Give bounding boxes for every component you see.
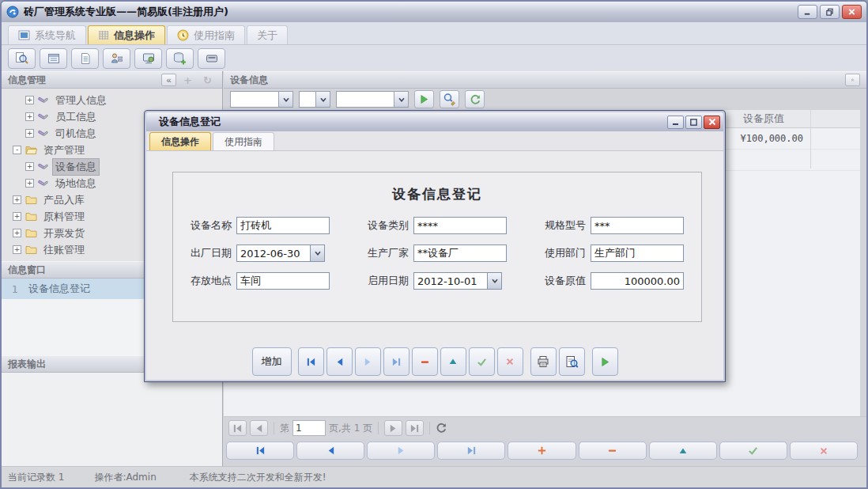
page-number-input[interactable]: [292, 420, 326, 436]
preview-dialog-button[interactable]: [559, 347, 585, 376]
prev-page-button[interactable]: [250, 420, 268, 436]
chevron-down-icon[interactable]: [394, 92, 408, 107]
filter-combo[interactable]: [299, 91, 330, 108]
filter-combo[interactable]: [336, 91, 409, 108]
search-button[interactable]: [8, 48, 36, 69]
tree-toggle-icon[interactable]: +: [25, 96, 34, 104]
last-icon: [466, 445, 477, 456]
tab-user-guide[interactable]: 使用指南: [167, 25, 245, 44]
tree-toggle-icon[interactable]: +: [13, 195, 21, 204]
search-edit-button[interactable]: [440, 90, 459, 108]
up-dialog-button[interactable]: [440, 347, 466, 376]
restore-button[interactable]: [820, 5, 840, 19]
field-input[interactable]: [591, 272, 684, 290]
cross-dialog-button[interactable]: [497, 347, 523, 376]
field-input[interactable]: [413, 244, 507, 262]
dialog-titlebar[interactable]: 设备信息登记: [146, 112, 723, 131]
field-input[interactable]: [413, 272, 488, 290]
data-table-button[interactable]: [166, 48, 194, 69]
check-record-button[interactable]: [719, 442, 787, 460]
dialog-tab-0[interactable]: 信息操作: [149, 132, 211, 150]
refresh-button[interactable]: [465, 90, 485, 108]
field-input[interactable]: [236, 244, 311, 262]
tree-toggle-icon[interactable]: +: [25, 162, 34, 171]
first-record-button[interactable]: [226, 442, 294, 460]
plus-record-button[interactable]: [508, 442, 576, 460]
check-dialog-button[interactable]: [469, 347, 495, 376]
dialog-window-controls: [667, 116, 720, 129]
dialog-maximize-button[interactable]: [685, 116, 702, 129]
field-input[interactable]: [413, 217, 507, 234]
next-dialog-button[interactable]: [355, 347, 381, 376]
last-record-button[interactable]: [437, 442, 505, 460]
tree-toggle-icon[interactable]: +: [25, 112, 34, 121]
dialog-tab-1[interactable]: 使用指南: [213, 132, 274, 150]
chevron-down-icon[interactable]: [315, 92, 330, 107]
monitor-button[interactable]: [134, 48, 162, 69]
print-dialog-button[interactable]: [530, 347, 557, 376]
document-button[interactable]: [71, 48, 99, 69]
combo-value: [337, 92, 394, 107]
cross-record-button[interactable]: [790, 442, 858, 460]
dialog-minimize-button[interactable]: [667, 116, 684, 129]
grid-column-header[interactable]: 设备原值: [734, 110, 810, 127]
tree-toggle-icon[interactable]: +: [25, 179, 34, 188]
dropdown-arrow-button[interactable]: [311, 244, 325, 262]
dropdown-arrow-button[interactable]: [488, 272, 502, 290]
field-input[interactable]: [591, 217, 684, 234]
tree-item-label: 员工信息: [53, 109, 99, 125]
prev-icon: [326, 445, 336, 456]
field-input[interactable]: [236, 272, 330, 290]
tab-about[interactable]: 关于: [247, 25, 288, 44]
next-record-button[interactable]: [367, 442, 435, 460]
play-icon: [600, 357, 610, 367]
form-field-0: 设备名称: [191, 217, 347, 234]
field-input[interactable]: [591, 244, 684, 262]
form-field-5: 使用部门: [545, 244, 701, 262]
tab-info-ops[interactable]: 信息操作: [88, 25, 165, 44]
app-window: 砖厂管理系统专业版——简易版(非注册用户) 系统导航信息操作使用指南关于 信息管…: [0, 0, 868, 489]
dialog-close-button[interactable]: [704, 116, 720, 129]
tree-item-label: 产品入库: [41, 192, 87, 208]
play-dialog-button[interactable]: [592, 347, 618, 376]
prev-icon: [254, 423, 264, 434]
add-button[interactable]: 增加: [252, 347, 292, 376]
first-page-button[interactable]: [228, 420, 247, 436]
first-dialog-button[interactable]: [298, 347, 324, 376]
field-input-wrap: [413, 244, 507, 262]
field-input[interactable]: [236, 217, 330, 234]
panel-collapse-button[interactable]: [845, 74, 860, 86]
tab-system-nav[interactable]: 系统导航: [8, 25, 86, 44]
up-record-button[interactable]: [649, 442, 717, 460]
tool-icon: [38, 95, 49, 105]
last-page-button[interactable]: [406, 420, 424, 436]
tree-toggle-icon[interactable]: +: [25, 129, 34, 138]
minus-dialog-button[interactable]: [412, 347, 438, 376]
last-dialog-button[interactable]: [383, 347, 409, 376]
sidebar-collapse-button[interactable]: «: [161, 74, 176, 86]
next-page-button[interactable]: [384, 420, 402, 436]
tree-item[interactable]: +管理人信息: [2, 92, 222, 108]
tree-toggle-icon[interactable]: +: [13, 212, 21, 221]
prev-dialog-button[interactable]: [326, 347, 353, 376]
tree-toggle-icon[interactable]: +: [13, 245, 21, 254]
sidebar-header-title: 信息管理: [8, 74, 46, 87]
minus-record-button[interactable]: [579, 442, 647, 460]
run-button[interactable]: [414, 90, 434, 108]
tree-toggle-icon[interactable]: +: [13, 229, 21, 237]
sidebar-header: 信息管理 « + ↻: [2, 71, 222, 89]
pager-refresh-icon[interactable]: [436, 423, 447, 434]
chevron-down-icon[interactable]: [278, 92, 292, 107]
personnel-button[interactable]: [103, 48, 130, 69]
prev-record-button[interactable]: [296, 442, 364, 460]
last-icon: [391, 357, 402, 367]
filter-combo[interactable]: [230, 91, 293, 108]
tree-item-label: 场地信息: [53, 176, 99, 191]
close-button[interactable]: [842, 5, 862, 19]
device-button[interactable]: [198, 48, 225, 69]
folder-icon: [25, 228, 37, 238]
minimize-button[interactable]: [798, 5, 817, 19]
main-tab-bar: 系统导航信息操作使用指南关于: [2, 22, 866, 45]
form-button[interactable]: [40, 48, 67, 69]
tree-toggle-icon[interactable]: -: [13, 146, 21, 154]
